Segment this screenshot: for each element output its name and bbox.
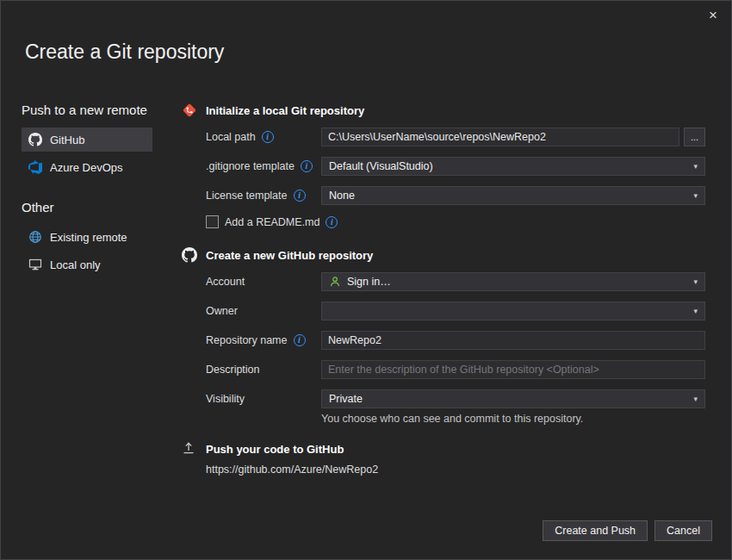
info-icon[interactable]: i <box>294 334 306 346</box>
page-title: Create a Git repository <box>25 40 224 64</box>
chevron-down-icon: ▾ <box>688 277 698 286</box>
sidebar-heading-push-remote: Push to a new remote <box>22 103 152 117</box>
sidebar-heading-other: Other <box>22 200 152 215</box>
footer: Create and Push Cancel <box>543 520 712 541</box>
create-and-push-button[interactable]: Create and Push <box>543 520 648 541</box>
account-dropdown-value: Sign in… <box>347 276 391 288</box>
azure-devops-icon <box>28 160 42 174</box>
cancel-button[interactable]: Cancel <box>654 520 712 541</box>
description-input[interactable] <box>321 360 705 379</box>
description-row: Description <box>182 360 709 379</box>
owner-dropdown[interactable]: ▾ <box>321 302 705 320</box>
local-path-input[interactable] <box>321 128 679 146</box>
init-section-header: Initialize a local Git repository <box>182 103 709 118</box>
sidebar-item-label: Existing remote <box>50 231 127 244</box>
upload-arrow-icon <box>182 441 197 457</box>
info-icon[interactable]: i <box>294 190 306 202</box>
repository-name-row: Repository name i <box>182 331 709 350</box>
sidebar: Push to a new remote GitHub Azure DevOps… <box>22 103 152 280</box>
local-path-label: Local path <box>206 131 256 143</box>
license-dropdown[interactable]: None ▾ <box>321 186 705 205</box>
description-label: Description <box>206 364 260 376</box>
visibility-label: Visibility <box>206 393 245 405</box>
gitignore-dropdown-value: Default (VisualStudio) <box>329 160 433 172</box>
readme-checkbox[interactable] <box>206 215 219 228</box>
globe-icon <box>28 230 42 244</box>
info-icon[interactable]: i <box>262 131 274 143</box>
visibility-help-text: You choose who can see and commit to thi… <box>182 413 709 425</box>
gitignore-dropdown[interactable]: Default (VisualStudio) ▾ <box>321 157 705 176</box>
gitignore-label: .gitignore template <box>206 160 295 172</box>
sidebar-item-label: Local only <box>50 258 101 271</box>
chevron-down-icon: ▾ <box>688 191 698 200</box>
visibility-row: Visibility Private ▾ <box>182 389 709 408</box>
main-content: Initialize a local Git repository Local … <box>182 103 709 476</box>
account-label: Account <box>206 276 245 288</box>
visibility-dropdown-value: Private <box>329 393 363 405</box>
sidebar-item-local-only[interactable]: Local only <box>22 252 152 277</box>
sidebar-item-label: GitHub <box>50 134 84 146</box>
github-icon <box>28 133 42 146</box>
license-dropdown-value: None <box>329 190 355 202</box>
computer-icon <box>28 258 42 271</box>
local-path-row: Local path i ... <box>182 128 709 146</box>
repository-url: https://github.com/Azure/NewRepo2 <box>182 464 709 476</box>
owner-row: Owner ▾ <box>182 302 709 320</box>
push-section-title: Push your code to GitHub <box>206 443 344 456</box>
sign-in-person-icon <box>329 276 341 288</box>
sidebar-item-azure-devops[interactable]: Azure DevOps <box>22 155 152 179</box>
gitignore-row: .gitignore template i Default (VisualStu… <box>182 157 709 176</box>
info-icon[interactable]: i <box>326 216 338 228</box>
repository-name-label: Repository name <box>206 334 288 346</box>
git-logo-icon <box>182 103 197 118</box>
chevron-down-icon: ▾ <box>688 395 698 403</box>
github-icon <box>182 247 197 263</box>
owner-label: Owner <box>206 305 238 317</box>
chevron-down-icon: ▾ <box>688 307 698 315</box>
account-dropdown[interactable]: Sign in… ▾ <box>321 272 705 291</box>
repository-name-input[interactable] <box>321 331 705 350</box>
visibility-dropdown[interactable]: Private ▾ <box>321 389 705 408</box>
account-row: Account Sign in… ▾ <box>182 272 709 291</box>
github-section-header: Create a new GitHub repository <box>182 247 709 263</box>
info-icon[interactable]: i <box>301 160 313 172</box>
create-git-repository-dialog: × Create a Git repository Push to a new … <box>0 0 732 560</box>
push-section-header: Push your code to GitHub <box>182 441 709 457</box>
sidebar-item-github[interactable]: GitHub <box>22 128 152 152</box>
license-label: License template <box>206 190 288 202</box>
chevron-down-icon: ▾ <box>688 162 698 171</box>
close-icon[interactable]: × <box>709 8 717 22</box>
browse-button[interactable]: ... <box>684 128 705 146</box>
readme-label: Add a README.md <box>225 216 319 228</box>
license-row: License template i None ▾ <box>182 186 709 205</box>
readme-row: Add a README.md i <box>182 215 709 228</box>
github-section-title: Create a new GitHub repository <box>206 249 373 262</box>
init-section-title: Initialize a local Git repository <box>206 104 364 117</box>
sidebar-item-existing-remote[interactable]: Existing remote <box>22 225 152 249</box>
sidebar-item-label: Azure DevOps <box>50 161 123 174</box>
